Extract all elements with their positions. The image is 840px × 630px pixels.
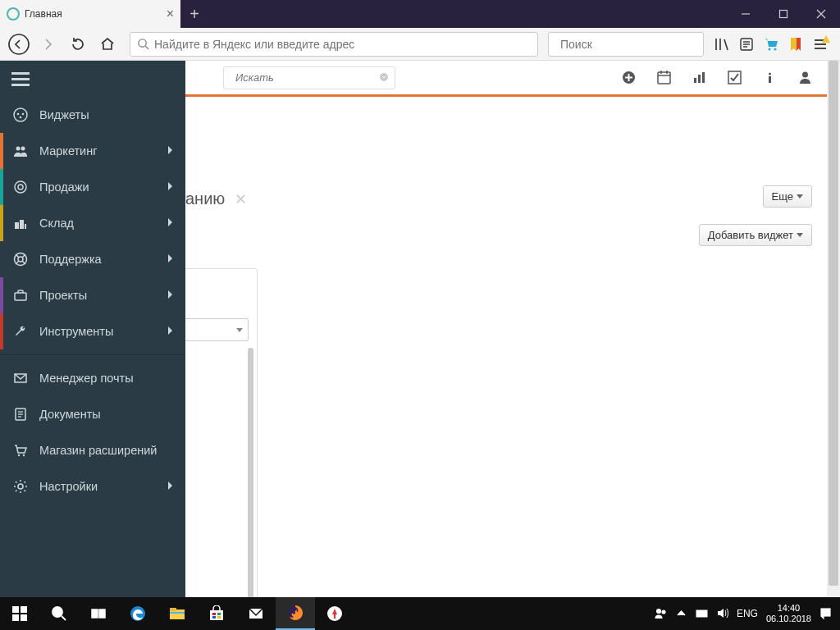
app-search-dropdown-icon[interactable] — [379, 71, 389, 85]
nav-back-button[interactable] — [7, 32, 31, 57]
tray-chevron-up-icon[interactable] — [675, 607, 687, 621]
tray-language[interactable]: ENG — [737, 608, 758, 619]
sidebar-item-warehouse[interactable]: Склад — [0, 205, 185, 241]
svg-point-84 — [656, 609, 660, 613]
start-button[interactable] — [0, 597, 39, 630]
svg-point-23 — [380, 73, 388, 81]
sidebar-label: Маркетинг — [39, 144, 98, 158]
svg-rect-76 — [210, 610, 223, 620]
sidebar-label: Инструменты — [39, 325, 113, 338]
checkbox-icon[interactable] — [728, 71, 742, 84]
more-button[interactable]: Еще — [763, 185, 812, 208]
tab-close-icon[interactable]: × — [167, 7, 174, 21]
add-icon[interactable] — [622, 71, 636, 84]
browser-navbar — [0, 28, 840, 61]
taskbar-edge[interactable] — [118, 597, 158, 630]
search-input[interactable] — [560, 38, 704, 51]
tab-favicon — [7, 7, 20, 21]
wrench-icon — [11, 324, 30, 339]
svg-rect-47 — [20, 220, 24, 229]
svg-point-17 — [774, 48, 777, 50]
taskbar-yandex[interactable] — [315, 597, 354, 630]
chart-icon[interactable] — [692, 71, 706, 84]
calendar-icon[interactable] — [657, 71, 671, 84]
taskbar-mail[interactable] — [236, 597, 276, 630]
sidebar-item-projects[interactable]: Проекты — [0, 277, 185, 313]
window-maximize-button[interactable] — [765, 0, 802, 28]
page-scrollbar[interactable] — [827, 61, 840, 597]
app-search[interactable] — [223, 66, 395, 89]
url-bar[interactable] — [130, 32, 538, 57]
nav-home-button[interactable] — [95, 32, 120, 57]
widget-select[interactable] — [176, 318, 249, 341]
warehouse-icon — [11, 216, 30, 231]
sidebar-item-tools[interactable]: Инструменты — [0, 313, 185, 349]
reader-icon[interactable] — [738, 36, 755, 52]
close-icon[interactable]: ✕ — [235, 191, 247, 208]
browser-tab[interactable]: Главная × — [0, 0, 180, 28]
svg-point-44 — [15, 181, 26, 193]
svg-rect-79 — [212, 616, 216, 619]
tray-keyboard-icon[interactable] — [696, 607, 708, 621]
bookmark-icon[interactable] — [788, 36, 804, 52]
svg-point-68 — [52, 607, 62, 617]
svg-point-43 — [21, 147, 25, 151]
browser-menu-button[interactable] — [812, 36, 829, 52]
url-input[interactable] — [154, 38, 531, 51]
sidebar-toggle-button[interactable] — [11, 72, 30, 86]
svg-rect-77 — [212, 613, 216, 615]
sidebar-item-documents[interactable]: Документы — [0, 396, 185, 432]
svg-point-35 — [769, 73, 771, 75]
svg-point-61 — [18, 454, 20, 456]
svg-point-39 — [17, 113, 20, 116]
cart-icon[interactable] — [763, 36, 779, 52]
sidebar-label: Продажи — [39, 180, 89, 194]
sidebar-item-widgets[interactable]: Виджеты — [0, 97, 185, 133]
task-view-button[interactable] — [79, 597, 118, 630]
nav-reload-button[interactable] — [66, 32, 90, 57]
svg-point-45 — [18, 185, 23, 189]
svg-point-38 — [14, 108, 27, 121]
taskbar-search-button[interactable] — [39, 597, 79, 630]
taskbar-firefox[interactable] — [276, 597, 315, 630]
user-icon[interactable] — [798, 71, 812, 84]
svg-point-50 — [18, 257, 23, 262]
page-viewport: Виджеты Маркетинг Продажи Склад — [0, 61, 840, 597]
tray-volume-icon[interactable] — [716, 607, 728, 621]
app-sidebar: Виджеты Маркетинг Продажи Склад — [0, 61, 185, 597]
svg-rect-48 — [25, 224, 26, 229]
window-close-button[interactable] — [802, 0, 840, 28]
svg-rect-75 — [170, 612, 185, 614]
window-minimize-button[interactable] — [727, 0, 765, 28]
sidebar-item-mail[interactable]: Менеджер почты — [0, 360, 185, 396]
add-widget-button[interactable]: Добавить виджет — [699, 224, 812, 246]
new-tab-button[interactable]: + — [180, 0, 208, 28]
app-search-input[interactable] — [235, 71, 374, 84]
info-icon[interactable] — [763, 71, 777, 84]
sidebar-item-marketing[interactable]: Маркетинг — [0, 133, 185, 169]
taskbar-store[interactable] — [197, 597, 236, 630]
svg-point-37 — [802, 72, 808, 78]
svg-rect-70 — [92, 609, 98, 618]
sidebar-item-sales[interactable]: Продажи — [0, 169, 185, 205]
tray-notifications-icon[interactable] — [819, 607, 832, 621]
sidebar-label: Виджеты — [39, 108, 89, 121]
sidebar-item-extensions[interactable]: Магазин расширений — [0, 432, 185, 468]
tray-clock[interactable]: 14:40 06.10.2018 — [766, 603, 811, 624]
sidebar-label: Менеджер почты — [39, 372, 134, 385]
search-bar[interactable] — [548, 32, 704, 57]
shopping-cart-icon — [11, 443, 30, 458]
sidebar-label: Поддержка — [39, 253, 102, 266]
library-icon[interactable] — [714, 36, 730, 52]
page-title: анию ✕ — [185, 189, 247, 208]
sidebar-label: Проекты — [39, 289, 87, 302]
taskbar-explorer[interactable] — [158, 597, 197, 630]
chevron-right-icon — [167, 325, 174, 338]
svg-rect-26 — [625, 77, 632, 79]
widget-scrollbar[interactable] — [248, 348, 253, 597]
tray-people-icon[interactable] — [655, 607, 667, 621]
svg-point-41 — [20, 116, 22, 119]
chevron-right-icon — [167, 144, 174, 158]
sidebar-item-settings[interactable]: Настройки — [0, 468, 185, 504]
sidebar-item-support[interactable]: Поддержка — [0, 241, 185, 277]
